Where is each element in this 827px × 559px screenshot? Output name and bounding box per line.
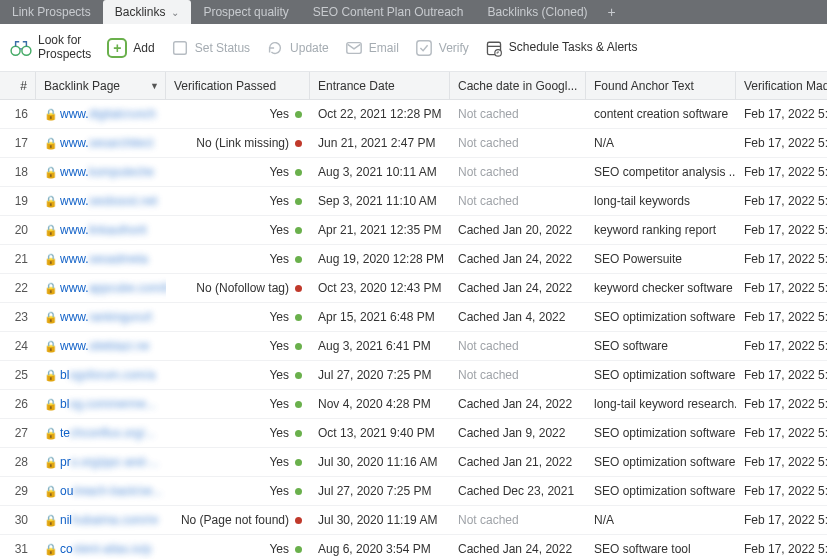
cell-backlink-page[interactable]: 🔒www.rankinguru/t: [36, 303, 166, 331]
col-number[interactable]: #: [0, 72, 36, 99]
tab-backlinks[interactable]: Backlinks⌄: [103, 0, 192, 24]
cell-backlink-page[interactable]: 🔒pro.org/ppc-and-...: [36, 448, 166, 476]
cell-backlink-page[interactable]: 🔒blogsforum.com/a: [36, 361, 166, 389]
table-row[interactable]: 18🔒www.komputecheYesAug 3, 2021 10:11 AM…: [0, 158, 827, 187]
calendar-icon: [485, 39, 503, 57]
link-blurred: ntent-atlas.io/p: [73, 542, 152, 556]
cell-anchor-text: SEO optimization software: [586, 361, 736, 389]
status-dot-icon: [295, 401, 302, 408]
cell-verification: Yes: [166, 100, 310, 128]
cell-backlink-page[interactable]: 🔒nilhubaima.com/re: [36, 506, 166, 534]
cell-backlink-page[interactable]: 🔒www.seoarchitect: [36, 129, 166, 157]
cell-verification-made: Feb 17, 2022 5:25 ...: [736, 477, 827, 505]
cell-backlink-page[interactable]: 🔒www.linkauthorit: [36, 216, 166, 244]
email-label: Email: [369, 41, 399, 55]
cell-verification: Yes: [166, 448, 310, 476]
cell-verification-made: Feb 17, 2022 5:25 ...: [736, 535, 827, 559]
status-dot-icon: [295, 169, 302, 176]
cell-anchor-text: long-tail keyword research...: [586, 390, 736, 418]
cell-backlink-page[interactable]: 🔒outreach-back/se...: [36, 477, 166, 505]
table-row[interactable]: 25🔒blogsforum.com/aYesJul 27, 2020 7:25 …: [0, 361, 827, 390]
cell-backlink-page[interactable]: 🔒www.siteblazr.ne: [36, 332, 166, 360]
cell-verification: Yes: [166, 535, 310, 559]
set-status-button[interactable]: Set Status: [171, 39, 250, 57]
cell-verification-made: Feb 17, 2022 5:25 ...: [736, 100, 827, 128]
cell-number: 31: [0, 535, 36, 559]
table-row[interactable]: 22🔒www.appcube.com/bNo (Nofollow tag)Oct…: [0, 274, 827, 303]
cell-cache-date: Not cached: [450, 361, 586, 389]
cell-anchor-text: keyword ranking report: [586, 216, 736, 244]
cell-anchor-text: N/A: [586, 129, 736, 157]
col-backlink-page[interactable]: Backlink Page▼: [36, 72, 166, 99]
tab-link-prospects[interactable]: Link Prospects: [0, 0, 103, 24]
cell-backlink-page[interactable]: 🔒www.seoboost.net: [36, 187, 166, 215]
table-row[interactable]: 17🔒www.seoarchitectNo (Link missing)Jun …: [0, 129, 827, 158]
table-row[interactable]: 24🔒www.siteblazr.neYesAug 3, 2021 6:41 P…: [0, 332, 827, 361]
status-dot-icon: [295, 430, 302, 437]
cell-backlink-page[interactable]: 🔒www.seoadmeta: [36, 245, 166, 273]
table-row[interactable]: 29🔒outreach-back/se...YesJul 27, 2020 7:…: [0, 477, 827, 506]
table-row[interactable]: 26🔒blog.commerme...YesNov 4, 2020 4:28 P…: [0, 390, 827, 419]
link-text: www.: [60, 223, 89, 237]
email-button[interactable]: Email: [345, 39, 399, 57]
lock-icon: 🔒: [44, 369, 58, 382]
update-label: Update: [290, 41, 329, 55]
cell-number: 20: [0, 216, 36, 244]
cell-cache-date: Not cached: [450, 158, 586, 186]
cell-number: 25: [0, 361, 36, 389]
cell-verification-made: Feb 17, 2022 5:25 ...: [736, 187, 827, 215]
table-row[interactable]: 16🔒www.digitalcrunchYesOct 22, 2021 12:2…: [0, 100, 827, 129]
link-text: www.: [60, 252, 89, 266]
cell-number: 22: [0, 274, 36, 302]
col-entrance-date[interactable]: Entrance Date: [310, 72, 450, 99]
cell-cache-date: Not cached: [450, 129, 586, 157]
cell-backlink-page[interactable]: 🔒www.komputeche: [36, 158, 166, 186]
table-row[interactable]: 20🔒www.linkauthoritYesApr 21, 2021 12:35…: [0, 216, 827, 245]
verify-button[interactable]: Verify: [415, 39, 469, 57]
status-dot-icon: [295, 198, 302, 205]
tab-bar: Link ProspectsBacklinks⌄Prospect quality…: [0, 0, 827, 24]
lock-icon: 🔒: [44, 311, 58, 324]
table-row[interactable]: 19🔒www.seoboost.netYesSep 3, 2021 11:10 …: [0, 187, 827, 216]
col-verification[interactable]: Verification Passed: [166, 72, 310, 99]
cell-backlink-page[interactable]: 🔒content-atlas.io/p: [36, 535, 166, 559]
cell-verification: Yes: [166, 187, 310, 215]
cell-backlink-page[interactable]: 🔒blog.commerme...: [36, 390, 166, 418]
sched-l3: & Alerts: [596, 40, 637, 54]
lock-icon: 🔒: [44, 282, 58, 295]
link-blurred: digitalcrunch: [89, 107, 156, 121]
table-row[interactable]: 30🔒nilhubaima.com/reNo (Page not found)J…: [0, 506, 827, 535]
tab-backlinks-cloned-[interactable]: Backlinks (Cloned): [476, 0, 600, 24]
cell-number: 26: [0, 390, 36, 418]
schedule-tasks-button[interactable]: Schedule Tasks & Alerts: [485, 39, 638, 57]
cell-entrance-date: Aug 19, 2020 12:28 PM: [310, 245, 450, 273]
status-dot-icon: [295, 343, 302, 350]
cell-cache-date: Cached Jan 4, 2022: [450, 303, 586, 331]
table-row[interactable]: 21🔒www.seoadmetaYesAug 19, 2020 12:28 PM…: [0, 245, 827, 274]
table-row[interactable]: 27🔒techconflux.org/...YesOct 13, 2021 9:…: [0, 419, 827, 448]
col-anchor-text[interactable]: Found Anchor Text: [586, 72, 736, 99]
table-row[interactable]: 23🔒www.rankinguru/tYesApr 15, 2021 6:48 …: [0, 303, 827, 332]
lookfor-label-1: Look for: [38, 34, 91, 47]
col-verification-made[interactable]: Verification Made On: [736, 72, 827, 99]
cell-cache-date: Cached Jan 24, 2022: [450, 390, 586, 418]
lock-icon: 🔒: [44, 224, 58, 237]
look-for-prospects-button[interactable]: Look for Prospects: [10, 34, 91, 60]
cell-backlink-page[interactable]: 🔒www.digitalcrunch: [36, 100, 166, 128]
cell-cache-date: Cached Jan 24, 2022: [450, 274, 586, 302]
link-text: co: [60, 542, 73, 556]
cell-verification: Yes: [166, 390, 310, 418]
tab-prospect-quality[interactable]: Prospect quality: [191, 0, 300, 24]
tab-seo-content-plan-outreach[interactable]: SEO Content Plan Outreach: [301, 0, 476, 24]
add-tab-button[interactable]: +: [600, 4, 624, 20]
col-cache-date[interactable]: Cache date in Googl...: [450, 72, 586, 99]
table-row[interactable]: 28🔒pro.org/ppc-and-...YesJul 30, 2020 11…: [0, 448, 827, 477]
table-row[interactable]: 31🔒content-atlas.io/pYesAug 6, 2020 3:54…: [0, 535, 827, 559]
status-dot-icon: [295, 314, 302, 321]
cell-backlink-page[interactable]: 🔒techconflux.org/...: [36, 419, 166, 447]
cell-verification: Yes: [166, 303, 310, 331]
add-button[interactable]: + Add: [107, 38, 154, 58]
update-button[interactable]: Update: [266, 39, 329, 57]
chevron-down-icon: ▼: [150, 81, 159, 91]
cell-backlink-page[interactable]: 🔒www.appcube.com/b: [36, 274, 166, 302]
